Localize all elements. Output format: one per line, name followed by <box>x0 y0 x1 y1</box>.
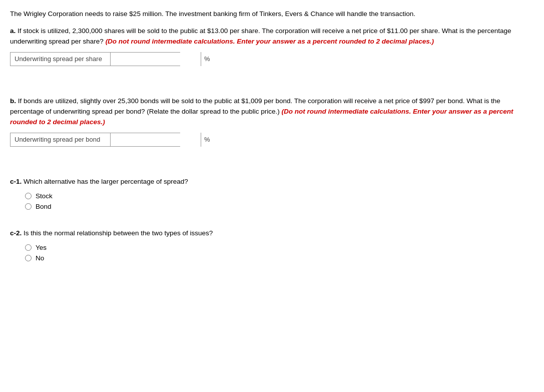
percent-symbol-b: % <box>201 133 213 147</box>
section-b: b. If bonds are utilized, slightly over … <box>10 96 534 147</box>
c1-radio-group: Stock Bond <box>25 192 534 210</box>
c2-option-yes[interactable]: Yes <box>25 244 534 251</box>
c1-label-stock: Stock <box>36 192 53 200</box>
underwriting-bond-label: Underwriting spread per bond <box>11 133 111 147</box>
section-c1: c-1. Which alternative has the larger pe… <box>10 177 534 210</box>
underwriting-spread-bond-row: Underwriting spread per bond % <box>10 133 180 147</box>
section-c2-question: Is this the normal relationship between … <box>24 229 213 237</box>
section-c2-text: c-2. Is this the normal relationship bet… <box>10 228 534 239</box>
underwriting-share-label: Underwriting spread per share <box>11 52 111 66</box>
section-c2-label: c-2. <box>10 229 22 237</box>
c2-radio-no[interactable] <box>25 255 32 261</box>
section-a-text: a. If stock is utilized, 2,300,000 share… <box>10 26 534 47</box>
section-c1-text: c-1. Which alternative has the larger pe… <box>10 177 534 187</box>
c1-label-bond: Bond <box>36 203 52 210</box>
section-a-text-red: (Do not round intermediate calculations.… <box>106 38 434 45</box>
percent-symbol-a: % <box>201 52 213 66</box>
intro-text: The Wrigley Corporation needs to raise $… <box>10 10 415 18</box>
underwriting-spread-share-row: Underwriting spread per share % <box>10 52 180 66</box>
underwriting-share-input[interactable] <box>111 53 201 66</box>
intro-paragraph: The Wrigley Corporation needs to raise $… <box>10 9 534 19</box>
c1-radio-stock[interactable] <box>25 193 32 199</box>
c1-radio-bond[interactable] <box>25 203 32 210</box>
c2-option-no[interactable]: No <box>25 254 534 262</box>
underwriting-bond-input[interactable] <box>111 133 201 146</box>
section-c2: c-2. Is this the normal relationship bet… <box>10 228 534 262</box>
c2-label-yes: Yes <box>36 244 47 251</box>
c2-radio-yes[interactable] <box>25 244 32 251</box>
c1-option-bond[interactable]: Bond <box>25 203 534 210</box>
c2-radio-group: Yes No <box>25 244 534 262</box>
section-b-label: b. <box>10 97 16 105</box>
section-c1-question: Which alternative has the larger percent… <box>24 178 188 185</box>
section-c1-label: c-1. <box>10 178 22 185</box>
c2-label-no: No <box>36 254 44 262</box>
section-b-text: b. If bonds are utilized, slightly over … <box>10 96 534 128</box>
section-a: a. If stock is utilized, 2,300,000 share… <box>10 26 534 66</box>
section-a-label: a. <box>10 27 16 35</box>
c1-option-stock[interactable]: Stock <box>25 192 534 200</box>
